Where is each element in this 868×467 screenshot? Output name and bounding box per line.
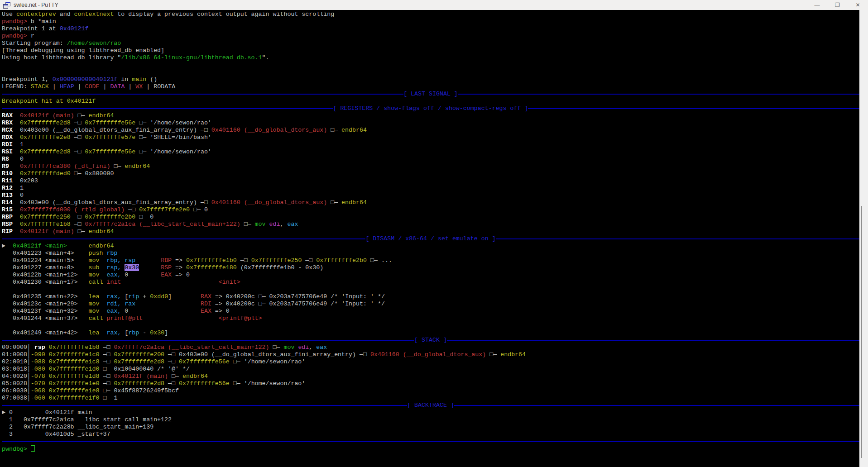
text-run [99,264,106,271]
terminal-line: RIP 0x40121f (main) □— endbr64 [2,228,859,235]
text-run: endbr64 [341,199,367,206]
terminal-line: Breakpoint 1 at 0x40121f [2,25,859,33]
text-run: => 0x40200c □— 0x203a7475706e49 /* 'Inpu… [211,300,385,307]
separator-line [2,238,365,239]
text-run: -080 [31,366,45,372]
terminal-line [2,62,859,69]
text-run: 0x40121f (main) [114,373,168,380]
text-run: eax [287,221,298,228]
terminal-line: R15 0x7ffff7ffd000 (_rtld_global) —□ 0x7… [2,206,859,214]
text-run: RSP [161,264,172,271]
section-separator: [ LAST SIGNAL ] [2,91,859,98]
text-run: 1 0x7ffff7c2a1ca __libc_start_call_main+… [2,416,172,423]
text-run: □— '/home/sewon/rao' [135,119,211,126]
text-run: □— 0x100400040 /* '@' */ [99,366,190,372]
text-run: 0x7fffffffe1b8 [20,221,71,228]
text-run: rsp [31,344,45,351]
text-run: endbr64 [182,373,208,380]
scrollbar-track[interactable] [859,10,868,467]
text-run: b *main [31,18,56,25]
text-run: -078 [31,373,45,380]
text-run: 0x7ffff7fca380 (_dl_fini) [20,163,110,170]
text-run: DATA [110,83,125,90]
text-run: 2 0x7ffff7c2a28b __libc_start_main+139 [2,424,153,430]
text-run: 0x7fffffffe2d8 [114,358,164,365]
text-run: □— [327,199,341,206]
text-run: RDX [2,134,13,141]
text-run: -070 [31,380,45,387]
text-run [13,214,20,220]
text-run: /home/sewon/rao [67,40,121,47]
text-run [45,387,49,394]
text-run: rbp [128,329,139,336]
text-run: RSI [2,148,13,155]
text-run: EAX [161,272,172,278]
text-run: Breakpoint 1 at [2,25,60,32]
text-run [45,395,49,401]
text-run: □— [110,163,125,170]
text-run: LEGEND: [2,83,31,90]
separator-line [454,405,859,406]
text-run: eax, [106,308,121,315]
text-run: rbp, [106,257,121,264]
text-run: —□ [71,134,85,141]
text-run: —□ [99,358,114,365]
terminal-line: 0x401224 <main+5> mov rbp, rsp RBP => 0x… [2,257,859,264]
text-run: 0x7fffffffe2b0 [85,214,136,220]
scrollbar-thumb[interactable] [861,206,862,458]
text-run: rsp, [106,264,121,271]
text-run [45,351,49,358]
text-run: mov [89,308,100,315]
text-run: □— 0 [135,214,153,220]
text-run: and [56,11,74,18]
text-run: 0x7fffffffe1f0 [49,395,100,401]
terminal-line: R13 0 [2,192,859,199]
text-run [13,206,20,213]
text-run: 0x40121f <main> [13,243,67,249]
text-run: 0x7fffffffe2d8 [20,119,71,126]
text-run [13,148,20,155]
terminal-line: [Thread debugging using libthread_db ena… [2,47,859,54]
text-run: 0x30 [125,264,139,271]
terminal-line: 0x401223 <main+4> push rbp [2,250,859,257]
text-run: —□ [99,351,114,358]
text-run: rax [125,300,135,307]
text-run: in [117,76,132,83]
text-run: R11 [2,177,13,184]
text-run: HEAP [60,83,74,90]
text-run: 0x7fffffffe56e [85,148,136,155]
terminal-line: pwndbg> [2,445,859,453]
terminal-line: R11 0x203 [2,177,859,185]
section-header: [ STACK ] [414,337,447,344]
text-run: □— [168,373,182,380]
text-run: lea [89,329,100,336]
text-run: 0x7ffff7c2a1ca (__libc_start_call_main+1… [114,344,269,351]
terminal-line: 2 0x7ffff7c2a28b __libc_start_main+139 [2,424,859,431]
text-run: 07:0038│ [2,395,31,401]
text-run: to display a previous context output aga… [114,11,334,18]
terminal-line [2,322,859,329]
terminal-line: R10 0x7fffffffded0 □— 0x800000 [2,170,859,177]
section-header: [ REGISTERS / show-flags off / show-comp… [333,105,528,112]
text-run: sub [89,264,100,271]
text-run: 00:0000│ [2,344,31,351]
text-run: 05:0028│ [2,380,31,387]
terminal-cursor [31,445,35,452]
text-run [13,134,20,141]
text-run: 0x401235 <main+22> [2,293,89,300]
terminal-screen[interactable]: Use contextprev and contextnext to displ… [0,10,859,467]
text-run [45,380,49,387]
restore-button[interactable]: ❐ [827,0,848,10]
terminal-line: RCX 0x403e00 (__do_global_dtors_aux_fini… [2,127,859,134]
close-button[interactable]: ✕ [848,0,868,10]
titlebar: swlee.net - PuTTY — ❐ ✕ [0,0,868,10]
text-run: 0x7fffffffe1e0 [49,380,100,387]
text-run: -090 [31,351,45,358]
separator-line [2,108,333,109]
text-run: 0x7fffffffe1d0 [49,366,100,372]
text-run: [Thread debugging using libthread_db ena… [2,47,164,54]
text-run: , [309,344,316,351]
text-run [121,279,218,286]
text-run: endbr64 [125,163,150,170]
minimize-button[interactable]: — [807,0,827,10]
